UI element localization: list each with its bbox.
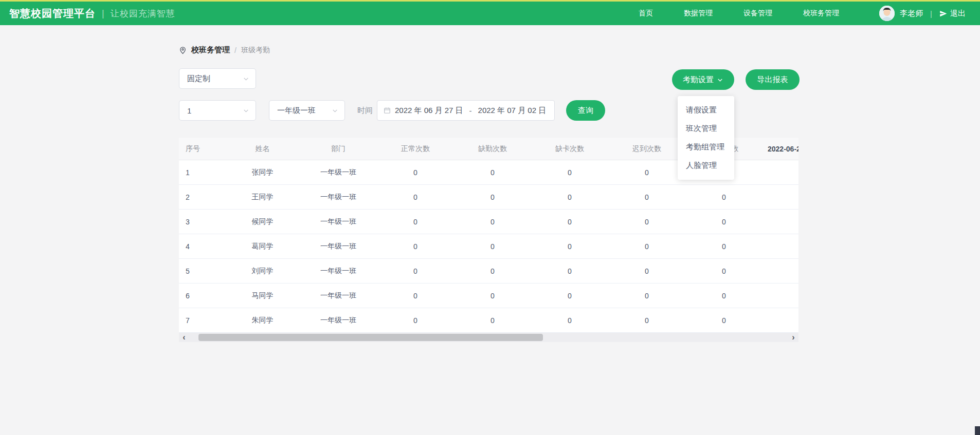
table-row: 6 马同学 一年级一班 0 0 0 0 0: [179, 283, 798, 308]
user-block: 李老师 | 退出: [879, 6, 966, 21]
cell-early-leave: 0: [685, 218, 763, 226]
nav-item-home[interactable]: 首页: [639, 9, 653, 18]
cell-normal: 0: [377, 267, 454, 275]
cell-dept: 一年级一班: [300, 291, 377, 300]
mode-select-value: 固定制: [187, 74, 210, 84]
cell-dept: 一年级一班: [300, 267, 377, 276]
class-select[interactable]: 一年级一班: [269, 100, 345, 121]
cell-late: 0: [608, 316, 685, 325]
cell-late: 0: [608, 193, 685, 201]
cell-name: 候同学: [225, 217, 300, 226]
grade-select-value: 1: [187, 106, 191, 115]
chevron-down-icon: [717, 77, 723, 83]
scrollbar-thumb[interactable]: [198, 334, 543, 341]
attendance-settings-dropdown: 请假设置 班次管理 考勤组管理 人脸管理: [678, 96, 734, 180]
col-header-late: 迟到次数: [608, 144, 685, 154]
logout-label: 退出: [950, 9, 966, 18]
cell-normal: 0: [377, 218, 454, 226]
dropdown-item-face-management[interactable]: 人脸管理: [678, 156, 734, 175]
paper-plane-icon: [939, 10, 947, 17]
date-range-end: 2022 年 07 月 02 日: [478, 106, 547, 116]
col-header-absent: 缺勤次数: [454, 144, 531, 154]
col-header-name: 姓名: [225, 144, 300, 154]
cell-early-leave: 0: [685, 316, 763, 325]
cell-absent: 0: [454, 193, 531, 201]
cell-late: 0: [608, 218, 685, 226]
cell-missed-punch: 0: [531, 242, 608, 251]
cell-no: 6: [179, 292, 225, 300]
cell-no: 3: [179, 218, 225, 226]
breadcrumb-divider: /: [234, 46, 237, 54]
col-header-missed-punch: 缺卡次数: [531, 144, 608, 154]
cell-missed-punch: 0: [531, 193, 608, 201]
app-slogan: 让校园充满智慧: [111, 8, 175, 20]
cell-normal: 0: [377, 168, 454, 177]
attendance-settings-label: 考勤设置: [683, 75, 714, 85]
cell-missed-punch: 0: [531, 168, 608, 177]
cell-name: 张同学: [225, 168, 300, 177]
cell-normal: 0: [377, 242, 454, 251]
user-divider: |: [930, 9, 932, 18]
table-row: 3 候同学 一年级一班 0 0 0 0 0: [179, 210, 798, 234]
cell-name: 朱同学: [225, 316, 300, 325]
cell-absent: 0: [454, 292, 531, 300]
breadcrumb-section[interactable]: 校班务管理: [191, 45, 230, 55]
scroll-right-icon[interactable]: ›: [789, 333, 797, 342]
location-pin-icon: [179, 46, 187, 54]
cell-absent: 0: [454, 168, 531, 177]
cell-late: 0: [608, 242, 685, 251]
chevron-down-icon: [243, 75, 249, 82]
cell-normal: 0: [377, 193, 454, 201]
cell-name: 刘同学: [225, 267, 300, 276]
cell-absent: 0: [454, 267, 531, 275]
horizontal-scrollbar[interactable]: ‹ ›: [179, 333, 798, 342]
cell-late: 0: [608, 267, 685, 275]
logout-button[interactable]: 退出: [939, 9, 966, 18]
date-range-input[interactable]: 2022 年 06 月 27 日 - 2022 年 07 月 02 日: [377, 100, 555, 121]
attendance-settings-button[interactable]: 考勤设置: [672, 69, 734, 90]
app-title: 智慧校园管理平台: [9, 7, 96, 21]
cell-normal: 0: [377, 316, 454, 325]
table-row: 4 葛同学 一年级一班 0 0 0 0 0: [179, 234, 798, 259]
cell-dept: 一年级一班: [300, 217, 377, 226]
dropdown-item-leave-settings[interactable]: 请假设置: [678, 101, 734, 119]
avatar-image: [879, 6, 895, 21]
user-name: 李老师: [900, 9, 923, 18]
date-range-separator: -: [469, 106, 472, 115]
brand-separator: |: [102, 8, 104, 19]
cell-absent: 0: [454, 316, 531, 325]
chevron-down-icon: [332, 107, 338, 114]
search-button[interactable]: 查询: [566, 100, 605, 121]
grade-select[interactable]: 1: [179, 100, 256, 121]
cell-dept: 一年级一班: [300, 168, 377, 177]
breadcrumb: 校班务管理 / 班级考勤: [179, 45, 270, 55]
chevron-down-icon: [243, 107, 249, 114]
cell-late: 0: [608, 168, 685, 177]
cell-absent: 0: [454, 242, 531, 251]
cell-late: 0: [608, 292, 685, 300]
top-nav: 首页 数据管理 设备管理 校班务管理: [639, 9, 839, 18]
cell-name: 马同学: [225, 291, 300, 300]
cell-dept: 一年级一班: [300, 193, 377, 202]
calendar-icon: [384, 107, 391, 114]
dropdown-item-attendance-group-management[interactable]: 考勤组管理: [678, 138, 734, 156]
dropdown-item-shift-management[interactable]: 班次管理: [678, 119, 734, 138]
cell-early-leave: 0: [685, 193, 763, 201]
nav-item-device-management[interactable]: 设备管理: [743, 9, 772, 18]
avatar[interactable]: [879, 6, 895, 21]
table-row: 7 朱同学 一年级一班 0 0 0 0 0: [179, 308, 798, 333]
attendance-mode-select[interactable]: 固定制: [179, 68, 256, 89]
cell-no: 7: [179, 316, 225, 325]
table-row: 5 刘同学 一年级一班 0 0 0 0 0: [179, 259, 798, 283]
scroll-left-icon[interactable]: ‹: [180, 333, 188, 342]
date-range-start: 2022 年 06 月 27 日: [395, 106, 463, 116]
table-row: 2 王同学 一年级一班 0 0 0 0 0: [179, 185, 798, 210]
nav-item-school-class-management[interactable]: 校班务管理: [803, 9, 839, 18]
cell-missed-punch: 0: [531, 218, 608, 226]
export-report-button[interactable]: 导出报表: [746, 69, 800, 90]
cell-missed-punch: 0: [531, 316, 608, 325]
nav-item-data-management[interactable]: 数据管理: [684, 9, 713, 18]
cell-no: 1: [179, 168, 225, 177]
cell-no: 2: [179, 193, 225, 201]
cell-early-leave: 0: [685, 242, 763, 251]
